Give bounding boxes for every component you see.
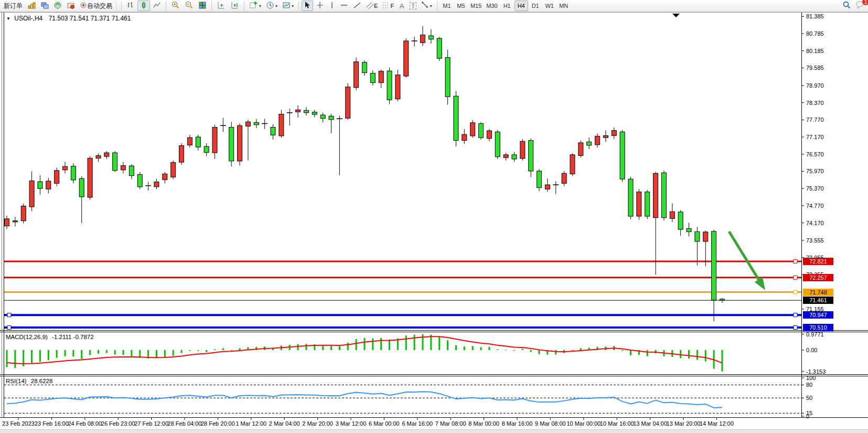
fibonacci-button[interactable]: F [380,1,396,11]
line-chart-button[interactable] [151,1,163,11]
zoom-out-button[interactable] [183,1,196,11]
auto-trading-label: 自动交易 [87,2,112,10]
zoom-out-icon [185,1,194,11]
cursor-button[interactable] [302,1,313,11]
channel-button[interactable]: E [364,1,380,11]
data-window-icon [40,1,49,11]
trendline-button[interactable] [351,1,363,11]
text-icon: A [400,2,404,10]
templates-button[interactable]: ▾ [280,1,296,11]
mt4-window: 新订单 自动交易 [0,0,868,433]
shapes-caret-icon: ▾ [430,4,432,8]
templates-caret-icon: ▾ [292,4,294,8]
indicators-caret-icon: ▾ [259,4,261,8]
navigator-icon [53,1,62,11]
tile-windows-button[interactable] [196,1,209,11]
fibonacci-icon [382,1,390,11]
toolbar: 新订单 自动交易 [0,0,868,12]
new-order-label: 新订单 [4,2,23,10]
channel-icon [366,1,374,11]
chart-shift-button[interactable] [215,1,228,11]
cursor-icon [304,1,311,10]
horizontal-line-icon [340,2,348,10]
trendline-icon [353,1,361,11]
timeframe-d1-button[interactable]: D1 [529,1,542,11]
timeframe-h1-button[interactable]: H1 [500,1,514,11]
auto-scroll-button[interactable] [228,1,241,11]
search-icon [842,1,851,11]
chart-shift-icon [217,1,226,11]
shapes-button[interactable]: ▾ [419,1,434,11]
hline-handle[interactable] [794,260,797,263]
auto-trading-icon [80,2,87,10]
line-chart-icon [153,1,161,11]
hline-handle[interactable] [794,276,797,279]
end-marker-icon [672,14,680,17]
bar-chart-icon [126,1,135,11]
timeframe-m30-button[interactable]: M30 [484,1,499,11]
search-button[interactable] [840,1,853,11]
hline-handle[interactable] [794,290,797,294]
zoom-in-icon [171,1,180,11]
timeframe-mn-button[interactable]: MN [557,1,571,11]
shapes-icon [421,1,429,10]
fibonacci-letter: F [390,3,394,9]
trend-arrow[interactable] [755,277,765,290]
zoom-in-button[interactable] [169,1,182,11]
text-button[interactable]: A [397,1,407,11]
notification-badge: 1 [862,0,868,5]
candlestick-chart-icon [140,1,148,11]
hline-handle[interactable] [7,313,11,317]
crosshair-icon [316,1,324,11]
text-label-icon: T [410,2,416,9]
vertical-line-button[interactable] [327,1,337,11]
channel-letter: E [374,3,378,9]
candlestick-chart-button[interactable] [137,1,150,11]
templates-icon [282,1,291,11]
indicators-button[interactable]: ▾ [247,1,263,11]
timeframe-m15-button[interactable]: M15 [468,1,484,11]
data-window-button[interactable] [38,1,51,11]
auto-trading-button[interactable]: 自动交易 [78,1,114,11]
new-order-button[interactable]: 新订单 [2,1,25,11]
timeframe-m1-button[interactable]: M1 [440,1,454,11]
vertical-line-icon [329,1,335,11]
bar-chart-button[interactable] [124,1,137,11]
terminal-button[interactable] [65,1,77,11]
periods-clock-icon [266,1,274,11]
navigator-button[interactable] [51,1,64,11]
indicators-icon [249,1,258,11]
timeframe-w1-button[interactable]: W1 [543,1,556,11]
periods-caret-icon: ▾ [275,4,277,8]
chart-area[interactable] [0,12,868,433]
hline-handle[interactable] [794,326,797,330]
chart-canvas[interactable] [0,0,868,433]
horizontal-line-button[interactable] [338,1,350,11]
timeframe-h4-button[interactable]: H4 [515,1,528,11]
market-watch-icon [27,1,36,11]
terminal-icon [67,1,75,11]
periods-button[interactable]: ▾ [264,1,280,11]
hline-handle[interactable] [7,326,11,330]
hline-handle[interactable] [794,313,797,317]
timeframe-m5-button[interactable]: M5 [454,1,468,11]
tile-windows-icon [198,1,207,11]
auto-scroll-icon [230,1,239,11]
status-strip [0,429,868,433]
crosshair-button[interactable] [314,1,326,11]
text-label-button[interactable]: T [408,1,419,11]
market-watch-button[interactable] [25,1,38,11]
